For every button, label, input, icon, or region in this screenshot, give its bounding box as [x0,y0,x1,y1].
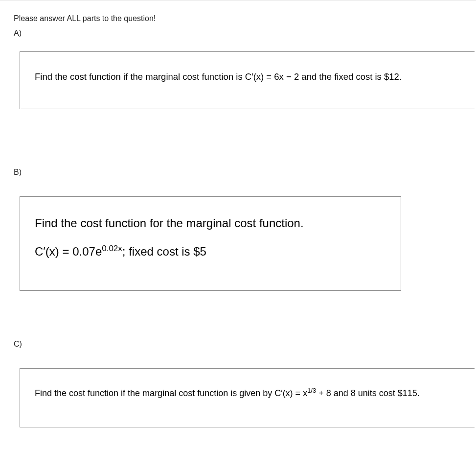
part-c-question: Find the cost function if the marginal c… [35,386,460,400]
part-c-label: C) [14,340,476,349]
part-b-box: Find the cost function for the marginal … [20,196,401,291]
part-c-eq-post: + 8 and 8 units cost $115. [316,388,420,398]
part-a-box: Find the cost function if the marginal c… [20,51,475,109]
instruction-text: Please answer ALL parts to the question! [14,14,476,23]
question-page: Please answer ALL parts to the question!… [0,0,476,427]
part-c-eq-sup: 1/3 [307,387,316,394]
part-b-eq-post: ; fixed cost is $5 [122,245,206,258]
part-b-label: B) [14,168,476,177]
part-c-eq-pre: Find the cost function if the marginal c… [35,388,307,398]
part-a-question: Find the cost function if the marginal c… [35,70,460,84]
part-b-eq-pre: C′(x) = 0.07e [35,245,102,258]
part-b-eq-sup: 0.02x [102,244,122,253]
part-a-label: A) [14,29,476,38]
part-b-line2: C′(x) = 0.07e0.02x; fixed cost is $5 [35,244,386,259]
part-b-line1: Find the cost function for the marginal … [35,216,386,230]
part-c-box: Find the cost function if the marginal c… [20,368,475,428]
